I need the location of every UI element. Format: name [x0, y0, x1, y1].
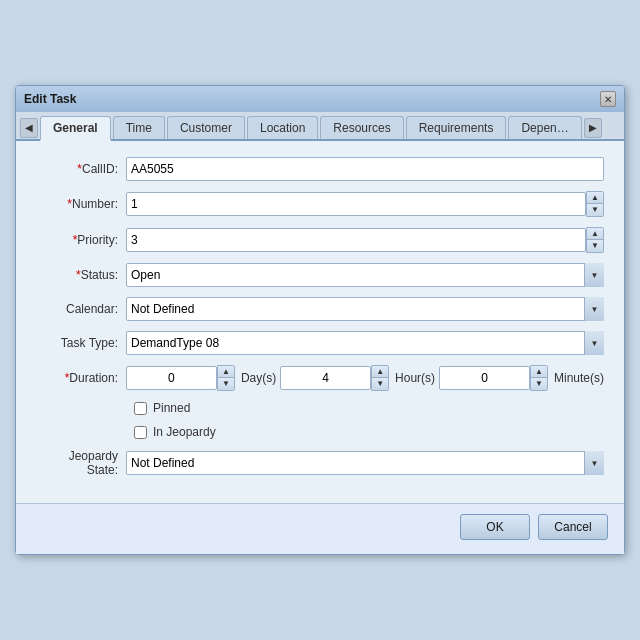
- form-content: *CallID: *Number: ▲ ▼: [16, 141, 624, 503]
- priority-down-button[interactable]: ▼: [587, 240, 603, 252]
- jeopardystate-field: Not Defined ▼: [126, 451, 604, 475]
- number-spinner: ▲ ▼: [126, 191, 604, 217]
- callid-label: *CallID:: [36, 162, 126, 176]
- calendar-display: Not Defined: [126, 297, 604, 321]
- duration-controls: ▲ ▼ Day(s) ▲ ▼ Hour(s): [126, 365, 604, 391]
- hours-input[interactable]: [280, 366, 371, 390]
- pinned-label: Pinned: [153, 401, 190, 415]
- calendar-row: Calendar: Not Defined ▼: [36, 297, 604, 321]
- tasktype-label: Task Type:: [36, 336, 126, 350]
- close-button[interactable]: ✕: [600, 91, 616, 107]
- priority-spinner: ▲ ▼: [126, 227, 604, 253]
- priority-spinner-buttons: ▲ ▼: [586, 227, 604, 253]
- priority-input[interactable]: [126, 228, 586, 252]
- days-up-button[interactable]: ▲: [218, 366, 234, 378]
- tasktype-select[interactable]: DemandType 08 ▼: [126, 331, 604, 355]
- edit-task-dialog: Edit Task ✕ ◀ General Time Customer Loca…: [15, 85, 625, 555]
- days-label: Day(s): [241, 371, 276, 385]
- tasktype-field: DemandType 08 ▼: [126, 331, 604, 355]
- calendar-select[interactable]: Not Defined ▼: [126, 297, 604, 321]
- priority-row: *Priority: ▲ ▼: [36, 227, 604, 253]
- status-dropdown-arrow[interactable]: ▼: [584, 263, 604, 287]
- tab-resources[interactable]: Resources: [320, 116, 403, 139]
- number-up-button[interactable]: ▲: [587, 192, 603, 204]
- minutes-label: Minute(s): [554, 371, 604, 385]
- minutes-down-button[interactable]: ▼: [531, 378, 547, 390]
- injeopardy-label: In Jeopardy: [153, 425, 216, 439]
- button-bar: OK Cancel: [16, 503, 624, 554]
- number-field: ▲ ▼: [126, 191, 604, 217]
- number-input[interactable]: [126, 192, 586, 216]
- jeopardystate-dropdown-arrow[interactable]: ▼: [584, 451, 604, 475]
- days-input[interactable]: [126, 366, 217, 390]
- tab-general[interactable]: General: [40, 116, 111, 141]
- cancel-button[interactable]: Cancel: [538, 514, 608, 540]
- calendar-field: Not Defined ▼: [126, 297, 604, 321]
- duration-field: ▲ ▼ Day(s) ▲ ▼ Hour(s): [126, 365, 604, 391]
- jeopardystate-label: Jeopardy State:: [36, 449, 126, 477]
- number-label: *Number:: [36, 197, 126, 211]
- title-bar: Edit Task ✕: [16, 86, 624, 112]
- number-down-button[interactable]: ▼: [587, 204, 603, 216]
- priority-up-button[interactable]: ▲: [587, 228, 603, 240]
- minutes-spinbox: ▲ ▼: [439, 365, 548, 391]
- status-display: Open: [126, 263, 604, 287]
- tasktype-row: Task Type: DemandType 08 ▼: [36, 331, 604, 355]
- duration-label: *Duration:: [36, 371, 126, 385]
- calendar-dropdown-arrow[interactable]: ▼: [584, 297, 604, 321]
- days-spinbox: ▲ ▼: [126, 365, 235, 391]
- hours-spinner-buttons: ▲ ▼: [371, 365, 389, 391]
- hours-up-button[interactable]: ▲: [372, 366, 388, 378]
- tab-prev-button[interactable]: ◀: [20, 118, 38, 138]
- hours-spinbox: ▲ ▼: [280, 365, 389, 391]
- days-down-button[interactable]: ▼: [218, 378, 234, 390]
- hours-label: Hour(s): [395, 371, 435, 385]
- status-row: *Status: Open ▼: [36, 263, 604, 287]
- callid-input[interactable]: [126, 157, 604, 181]
- calendar-label: Calendar:: [36, 302, 126, 316]
- priority-field: ▲ ▼: [126, 227, 604, 253]
- ok-button[interactable]: OK: [460, 514, 530, 540]
- jeopardystate-row: Jeopardy State: Not Defined ▼: [36, 449, 604, 477]
- status-label: *Status:: [36, 268, 126, 282]
- number-spinner-buttons: ▲ ▼: [586, 191, 604, 217]
- number-row: *Number: ▲ ▼: [36, 191, 604, 217]
- tab-bar: ◀ General Time Customer Location Resourc…: [16, 112, 624, 141]
- status-select[interactable]: Open ▼: [126, 263, 604, 287]
- pinned-row: Pinned: [36, 401, 604, 415]
- callid-field[interactable]: [126, 157, 604, 181]
- pinned-checkbox[interactable]: [134, 402, 147, 415]
- tab-customer[interactable]: Customer: [167, 116, 245, 139]
- duration-row: *Duration: ▲ ▼ Day(s): [36, 365, 604, 391]
- dialog-title: Edit Task: [24, 92, 76, 106]
- jeopardystate-select[interactable]: Not Defined ▼: [126, 451, 604, 475]
- minutes-up-button[interactable]: ▲: [531, 366, 547, 378]
- minutes-spinner-buttons: ▲ ▼: [530, 365, 548, 391]
- jeopardystate-display: Not Defined: [126, 451, 604, 475]
- callid-row: *CallID:: [36, 157, 604, 181]
- tab-dependencies[interactable]: Depen…: [508, 116, 581, 139]
- tab-requirements[interactable]: Requirements: [406, 116, 507, 139]
- injeopardy-row: In Jeopardy: [36, 425, 604, 439]
- minutes-input[interactable]: [439, 366, 530, 390]
- tasktype-display: DemandType 08: [126, 331, 604, 355]
- tab-location[interactable]: Location: [247, 116, 318, 139]
- injeopardy-checkbox[interactable]: [134, 426, 147, 439]
- status-field: Open ▼: [126, 263, 604, 287]
- tab-time[interactable]: Time: [113, 116, 165, 139]
- hours-down-button[interactable]: ▼: [372, 378, 388, 390]
- tab-next-button[interactable]: ▶: [584, 118, 602, 138]
- priority-label: *Priority:: [36, 233, 126, 247]
- days-spinner-buttons: ▲ ▼: [217, 365, 235, 391]
- tasktype-dropdown-arrow[interactable]: ▼: [584, 331, 604, 355]
